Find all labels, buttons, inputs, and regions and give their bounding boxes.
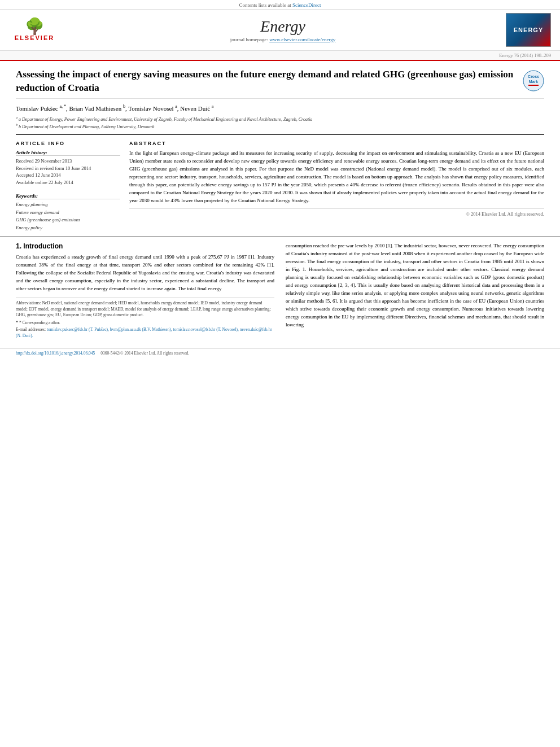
history-label: Article history:: [16, 150, 120, 156]
svg-text:Cross: Cross: [528, 75, 539, 78]
main-body: 1. Introduction Croatia has experienced …: [0, 236, 560, 348]
email-label: E-mail addresses:: [16, 327, 46, 332]
abbreviations-label: Abbreviations:: [16, 300, 41, 305]
elsevier-logo: 🌳 ELSEVIER: [9, 16, 60, 44]
keyword-2: GHG (greenhouse gas) emissions: [16, 216, 120, 224]
intro-right-text: consumption reached the pre-war levels b…: [286, 242, 544, 329]
abstract-heading: ABSTRACT: [129, 141, 544, 146]
available-date: Available online 22 July 2014: [16, 179, 120, 186]
abstract-col: ABSTRACT In the light of European energy…: [129, 141, 544, 231]
abstract-text: In the light of European energy-climate …: [129, 150, 544, 205]
email-links[interactable]: tomislav.puksec@fsb.hr (T. Pukšec), bvm@…: [16, 327, 272, 338]
affiliations: a a Department of Energy, Power Engineer…: [16, 115, 544, 130]
abbreviations-footnote: Abbreviations: NeD model, national energ…: [16, 300, 274, 318]
crossmark-icon: Cross Mark: [523, 70, 544, 91]
svg-text:Mark: Mark: [529, 80, 538, 84]
energy-logo-text: ENERGY: [514, 27, 543, 33]
email-footnote: E-mail addresses: tomislav.puksec@fsb.hr…: [16, 327, 274, 339]
keyword-0: Energy planning: [16, 201, 120, 209]
article-content: Assessing the impact of energy saving me…: [0, 61, 560, 236]
keyword-3: Energy policy: [16, 224, 120, 232]
homepage-url[interactable]: www.elsevier.com/locate/energy: [269, 37, 335, 42]
article-info-heading: ARTICLE INFO: [16, 141, 120, 146]
authors-line: Tomislav Pukšec a, *, Brian Vad Mathiese…: [16, 104, 544, 112]
sciencedirect-bar: Contents lists available at ScienceDirec…: [0, 0, 560, 10]
article-history-block: Article history: Received 29 November 20…: [16, 150, 120, 186]
elsevier-tree-icon: 🌳: [25, 19, 45, 34]
article-info-col: ARTICLE INFO Article history: Received 2…: [16, 141, 120, 231]
sciencedirect-link[interactable]: ScienceDirect: [292, 2, 321, 8]
author-neven: Neven Duić a: [180, 105, 213, 112]
intro-section-title: 1. Introduction: [16, 242, 274, 250]
corresponding-footnote: * * Corresponding author.: [16, 320, 274, 326]
journal-homepage: journal homepage: www.elsevier.com/locat…: [60, 37, 506, 42]
doi-ref: Energy 76 (2014) 198–209: [499, 53, 551, 58]
journal-title: Energy: [60, 18, 506, 36]
article-title: Assessing the impact of energy saving me…: [16, 68, 517, 95]
article-info-abstract-section: ARTICLE INFO Article history: Received 2…: [16, 134, 544, 231]
author-brian: Brian Vad Mathiesen b,: [69, 105, 129, 112]
journal-name-row: 🌳 ELSEVIER Energy journal homepage: www.…: [0, 10, 560, 50]
author-tomislav-n: Tomislav Novosel a,: [128, 105, 180, 112]
crossmark-badge: Cross Mark: [523, 70, 544, 91]
footnotes-section: Abbreviations: NeD model, national energ…: [16, 298, 274, 339]
keywords-block: Keywords: Energy planning Future energy …: [16, 193, 120, 231]
abstract-section: In the light of European energy-climate …: [129, 150, 544, 217]
journal-center: Energy journal homepage: www.elsevier.co…: [60, 18, 506, 42]
revised-date: Received in revised form 10 June 2014: [16, 165, 120, 172]
copyright-line: © 2014 Elsevier Ltd. All rights reserved…: [129, 208, 544, 217]
energy-logo-box: ENERGY: [506, 13, 551, 47]
keyword-1: Future energy demand: [16, 209, 120, 217]
intro-left-text: Croatia has experienced a steady growth …: [16, 254, 274, 293]
article-title-section: Assessing the impact of energy saving me…: [16, 68, 544, 99]
abbreviations-text: NeD model, national energy demand model;…: [16, 300, 271, 317]
body-left-col: 1. Introduction Croatia has experienced …: [16, 242, 274, 342]
received-date: Received 29 November 2013: [16, 158, 120, 165]
contents-label: Contents lists available at: [239, 2, 291, 8]
journal-header: Contents lists available at ScienceDirec…: [0, 0, 560, 61]
doi-bar: Energy 76 (2014) 198–209: [0, 50, 560, 60]
affiliation-b: b b Department of Development and Planni…: [16, 123, 544, 130]
bottom-bar: http://dx.doi.org/10.1016/j.energy.2014.…: [0, 348, 560, 358]
affiliation-a: a a Department of Energy, Power Engineer…: [16, 115, 544, 123]
homepage-label: journal homepage:: [230, 37, 268, 42]
body-two-col: 1. Introduction Croatia has experienced …: [16, 242, 544, 342]
elsevier-wordmark: ELSEVIER: [15, 34, 54, 41]
body-right-col: consumption reached the pre-war levels b…: [286, 242, 544, 342]
author-tomislav-p: Tomislav Pukšec a, *,: [16, 105, 69, 112]
issn-line: 0360-5442/© 2014 Elsevier Ltd. All right…: [100, 351, 189, 356]
keywords-label: Keywords:: [16, 193, 120, 199]
accepted-date: Accepted 12 June 2014: [16, 172, 120, 179]
corresponding-label: * Corresponding author.: [19, 320, 60, 325]
doi-link[interactable]: http://dx.doi.org/10.1016/j.energy.2014.…: [16, 351, 95, 356]
